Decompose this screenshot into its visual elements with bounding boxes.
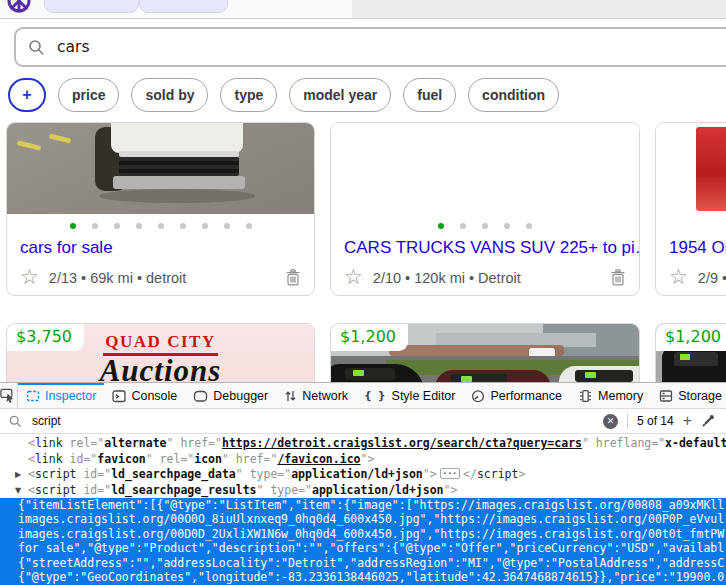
devtools-tab-memory[interactable]: Memory bbox=[570, 383, 651, 408]
search-icon bbox=[28, 39, 45, 56]
markup-line[interactable]: ▼<script id="ld_searchpage_results" type… bbox=[0, 483, 726, 499]
console-icon bbox=[112, 389, 126, 403]
html-search-input[interactable] bbox=[30, 413, 334, 429]
gallery-dot bbox=[460, 223, 466, 229]
hide-trash-icon[interactable] bbox=[610, 269, 626, 286]
gallery-dots bbox=[7, 214, 314, 237]
braces-icon: { } bbox=[364, 389, 387, 402]
search-icon bbox=[9, 415, 22, 428]
listing-title-link[interactable]: cars for sale bbox=[7, 237, 314, 258]
gallery-dot bbox=[92, 223, 98, 229]
markup-line[interactable]: ▶<script id="ld_searchpage_data" type="a… bbox=[0, 467, 726, 483]
gallery-dot bbox=[438, 223, 444, 229]
browser-toolbar bbox=[0, 0, 726, 19]
price-badge: $1,200 bbox=[656, 324, 726, 351]
devtools-toolbar: InspectorConsoleDebuggerNetwork{ }Style … bbox=[0, 383, 726, 409]
selected-json-line[interactable]: images.craigslist.org/00D0D_2UxliXW1N6w_… bbox=[0, 527, 726, 541]
gallery-dot bbox=[224, 223, 230, 229]
selected-json-line[interactable]: {"itemListElement":[{"@type":"ListItem",… bbox=[0, 498, 726, 512]
clear-search-icon[interactable]: ✕ bbox=[603, 414, 618, 429]
gallery-dot bbox=[482, 223, 488, 229]
gallery-dot bbox=[246, 223, 252, 229]
browser-chip-button[interactable] bbox=[139, 0, 228, 13]
devtools-tab-inspector[interactable]: Inspector bbox=[18, 383, 104, 408]
gallery-dot bbox=[136, 223, 142, 229]
listing-photo-red-car[interactable] bbox=[656, 123, 726, 214]
gallery-dot bbox=[526, 223, 532, 229]
listing-meta: 2/10 • 120k mi • Detroit bbox=[373, 270, 521, 286]
listing-card[interactable]: CARS TRUCKS VANS SUV 225+ to pi… ☆ 2/10 … bbox=[330, 122, 640, 296]
markup-view: <link rel="alternate" href="https://detr… bbox=[0, 434, 726, 585]
separator bbox=[627, 414, 628, 429]
filter-pill-type[interactable]: type bbox=[220, 78, 277, 112]
expand-arrow-icon[interactable]: ▶ bbox=[15, 467, 21, 483]
tab-label: Style Editor bbox=[392, 389, 456, 403]
devtools-tab-style-editor[interactable]: { }Style Editor bbox=[356, 383, 463, 408]
favorite-star-icon[interactable]: ☆ bbox=[20, 267, 39, 288]
gallery-dot bbox=[158, 223, 164, 229]
markup-line[interactable]: <link id="favicon" rel="icon" href="/fav… bbox=[0, 452, 726, 468]
network-icon bbox=[284, 389, 297, 403]
devtools-tab-console[interactable]: Console bbox=[104, 383, 185, 408]
favorite-star-icon[interactable]: ☆ bbox=[344, 267, 363, 288]
search-input[interactable] bbox=[55, 37, 459, 57]
collapse-arrow-icon[interactable]: ▼ bbox=[15, 483, 21, 499]
devtools-search-row: ✕ 5 of 14 + bbox=[0, 409, 726, 434]
selected-json-line[interactable]: images.craigslist.org/00O0O_8iuUlxnxeq9_… bbox=[0, 512, 726, 526]
favorite-star-icon[interactable]: ☆ bbox=[669, 267, 688, 288]
chip-icon bbox=[578, 389, 593, 403]
tab-label: Debugger bbox=[213, 389, 268, 403]
search-bar[interactable] bbox=[14, 27, 726, 67]
craigslist-peace-logo-icon[interactable] bbox=[7, 0, 31, 13]
tab-label: Network bbox=[302, 389, 348, 403]
element-picker-button[interactable] bbox=[0, 383, 18, 408]
filter-pill-price[interactable]: price bbox=[58, 78, 119, 112]
hide-trash-icon[interactable] bbox=[285, 269, 301, 286]
devtools-tab-storage[interactable]: Storage bbox=[651, 383, 726, 408]
selected-json-line[interactable]: {"@type":"GeoCoordinates","longitude":-8… bbox=[0, 570, 726, 584]
listing-title-link[interactable]: 1954 Old bbox=[656, 237, 726, 258]
gallery-dot bbox=[180, 223, 186, 229]
tab-label: Memory bbox=[598, 389, 643, 403]
listing-card[interactable]: cars for sale ☆ 2/13 • 69k mi • detroit bbox=[6, 122, 315, 296]
add-filter-button[interactable]: + bbox=[8, 78, 46, 112]
price-badge: $3,750 bbox=[7, 324, 84, 351]
search-result-count: 5 of 14 bbox=[637, 414, 674, 428]
collapsed-content-badge[interactable]: ··· bbox=[440, 468, 460, 479]
tab-label: Storage bbox=[678, 389, 722, 403]
listing-meta: 2/13 • 69k mi • detroit bbox=[49, 270, 187, 286]
listing-photo-blank[interactable] bbox=[331, 123, 639, 214]
debugger-icon bbox=[193, 389, 208, 403]
tab-label: Console bbox=[131, 389, 177, 403]
eyedropper-icon[interactable] bbox=[701, 414, 715, 428]
selected-json-line[interactable]: for sale","@type":"Product","description… bbox=[0, 541, 726, 555]
browser-window: + pricesold bytypemodel yearfuelconditio… bbox=[0, 0, 726, 585]
gauge-icon bbox=[471, 389, 485, 403]
gallery-dot bbox=[70, 223, 76, 229]
devtools-tab-debugger[interactable]: Debugger bbox=[185, 383, 276, 408]
filter-pill-sold-by[interactable]: sold by bbox=[131, 78, 208, 112]
devtools-tabs: InspectorConsoleDebuggerNetwork{ }Style … bbox=[18, 383, 726, 408]
filter-pill-fuel[interactable]: fuel bbox=[403, 78, 456, 112]
filter-pill-model-year[interactable]: model year bbox=[289, 78, 391, 112]
filter-pills: + pricesold bytypemodel yearfuelconditio… bbox=[8, 78, 559, 112]
selected-json-line[interactable]: {"streetAddress":"","addressLocality":"D… bbox=[0, 556, 726, 570]
price-badge: $1,200 bbox=[331, 324, 408, 351]
create-node-button[interactable]: + bbox=[683, 413, 692, 429]
listing-meta: 2/9 • 1 bbox=[698, 270, 726, 286]
devtools-tab-performance[interactable]: Performance bbox=[463, 383, 570, 408]
gallery-dots bbox=[331, 214, 639, 237]
browser-chip-button[interactable] bbox=[44, 0, 139, 13]
devtools-panel: InspectorConsoleDebuggerNetwork{ }Style … bbox=[0, 382, 726, 585]
devtools-tab-network[interactable]: Network bbox=[276, 383, 356, 408]
markup-line[interactable]: <link rel="alternate" href="https://detr… bbox=[0, 436, 726, 452]
gallery-dot bbox=[504, 223, 510, 229]
filter-pill-condition[interactable]: condition bbox=[468, 78, 559, 112]
listing-photo-truck[interactable] bbox=[7, 123, 314, 214]
gallery-dot bbox=[202, 223, 208, 229]
listing-card[interactable]: 1954 Old ☆ 2/9 • 1 bbox=[655, 122, 726, 296]
markup-lines: <link rel="alternate" href="https://detr… bbox=[0, 436, 726, 498]
listing-title-link[interactable]: CARS TRUCKS VANS SUV 225+ to pi… bbox=[331, 237, 639, 258]
inspector-icon bbox=[26, 389, 40, 403]
gallery-dots bbox=[656, 214, 726, 237]
